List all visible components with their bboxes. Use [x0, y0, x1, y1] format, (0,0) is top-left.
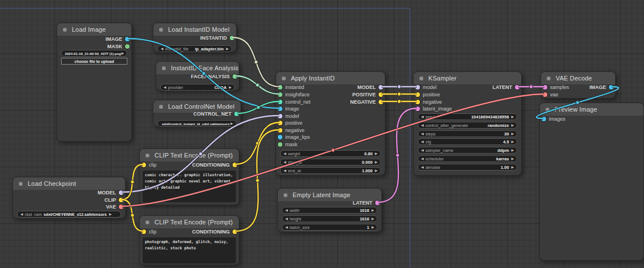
- widget-denoise[interactable]: ◀denoise1.00▶: [418, 164, 517, 171]
- widget-cfg[interactable]: ◀cfg4.5▶: [418, 138, 517, 145]
- input-dot-positive[interactable]: [415, 92, 420, 97]
- widget-instantid-file[interactable]: ◀instantid_fileip_adapter.bin▶: [157, 45, 232, 52]
- output-dot-conditioning[interactable]: [233, 229, 237, 234]
- widget-decrement-icon[interactable]: ◀: [284, 160, 286, 164]
- input-dot-images[interactable]: [542, 117, 546, 121]
- widget-decrement-icon[interactable]: ◀: [421, 140, 424, 143]
- node-title-bar[interactable]: Preview Image: [540, 103, 643, 116]
- wire-midpoint-dot[interactable]: [256, 142, 259, 145]
- widget-increment-icon[interactable]: ▶: [371, 226, 374, 229]
- output-dot-model[interactable]: [379, 85, 383, 90]
- collapse-dot-icon[interactable]: [283, 193, 288, 198]
- widget-decrement-icon[interactable]: ◀: [421, 165, 424, 169]
- wire-midpoint-dot[interactable]: [397, 100, 401, 103]
- input-dot-latent-image[interactable]: [415, 107, 420, 111]
- prompt-textarea[interactable]: photograph, deformed, glitch, noisy, rea…: [143, 237, 236, 263]
- node-title-bar[interactable]: Apply InstantID: [276, 72, 385, 84]
- input-dot-image-kps[interactable]: [278, 135, 282, 139]
- widget-control-after-generate[interactable]: ◀control_after_generaterandomize▶: [418, 122, 517, 129]
- node-title-bar[interactable]: KSampler: [414, 72, 521, 84]
- output-dot-mask[interactable]: [125, 44, 130, 49]
- widget-increment-icon[interactable]: ▶: [511, 165, 514, 169]
- widget-increment-icon[interactable]: ▶: [371, 209, 374, 212]
- widget-ckpt-nam[interactable]: ◀ckpt_namsdxl/CHEYENNE_v12.safetensors▶: [17, 211, 121, 218]
- widget-decrement-icon[interactable]: ◀: [421, 132, 424, 135]
- widget-increment-icon[interactable]: ▶: [511, 115, 514, 118]
- widget-provider[interactable]: ◀providerCUDA▶: [160, 84, 235, 91]
- input-dot-samples[interactable]: [543, 85, 547, 90]
- output-dot-latent[interactable]: [515, 85, 520, 90]
- widget-increment-icon[interactable]: ▶: [109, 212, 112, 216]
- node-title-bar[interactable]: VAE Decode: [541, 72, 615, 84]
- input-dot-image[interactable]: [278, 107, 282, 111]
- wire-midpoint-dot[interactable]: [529, 85, 533, 88]
- widget-increment-icon[interactable]: ▶: [375, 169, 377, 172]
- collapse-dot-icon[interactable]: [62, 27, 67, 32]
- input-dot-model[interactable]: [278, 114, 282, 118]
- input-dot-negative[interactable]: [415, 100, 420, 104]
- output-dot-conditioning[interactable]: [233, 163, 237, 167]
- widget-decrement-icon[interactable]: ◀: [421, 157, 424, 160]
- collapse-dot-icon[interactable]: [545, 107, 550, 112]
- input-dot-vae[interactable]: [543, 92, 547, 97]
- widget-decrement-icon[interactable]: ◀: [20, 212, 23, 216]
- collapse-dot-icon[interactable]: [419, 76, 424, 81]
- widget-batch-size[interactable]: ◀batch_size1▶: [282, 224, 377, 231]
- wire-midpoint-dot[interactable]: [254, 60, 257, 63]
- output-dot-negative[interactable]: [379, 100, 383, 104]
- widget-scheduler[interactable]: ◀schedulerkarras▶: [418, 155, 517, 162]
- input-dot-instantid[interactable]: [278, 85, 282, 90]
- node-title-bar[interactable]: CLIP Text Encode (Prompt): [140, 149, 239, 161]
- collapse-dot-icon[interactable]: [281, 76, 286, 81]
- output-dot-instantid[interactable]: [230, 36, 234, 40]
- widget-increment-icon[interactable]: ▶: [511, 157, 514, 160]
- widget-decrement-icon[interactable]: ◀: [161, 47, 164, 50]
- widget-increment-icon[interactable]: ▶: [226, 47, 229, 50]
- widget-sampler-name[interactable]: ◀sampler_nameddpm▶: [418, 147, 517, 154]
- widget-steps[interactable]: ◀steps30▶: [418, 130, 517, 137]
- widget-increment-icon[interactable]: ▶: [511, 132, 514, 135]
- widget-increment-icon[interactable]: ▶: [511, 124, 514, 127]
- input-dot-control-net[interactable]: [278, 100, 282, 104]
- choose-file-button[interactable]: choose file to upload: [61, 58, 127, 65]
- prompt-textarea[interactable]: comic character. graphic illustration, c…: [143, 171, 236, 202]
- input-dot-insightface[interactable]: [278, 92, 282, 97]
- widget-increment-icon[interactable]: ▶: [375, 152, 377, 155]
- wire-midpoint-dot[interactable]: [131, 214, 134, 217]
- collapse-dot-icon[interactable]: [145, 220, 150, 225]
- widget-seed[interactable]: ◀seed1041669434826558▶: [418, 113, 517, 120]
- wire-midpoint-dot[interactable]: [256, 105, 260, 109]
- widget-combo[interactable]: sdxl/control_instant_id_sdxl.safetensors…: [157, 120, 237, 127]
- collapse-dot-icon[interactable]: [161, 66, 166, 71]
- widget-decrement-icon[interactable]: ◀: [421, 115, 424, 118]
- node-graph-canvas[interactable]: Load ImageIMAGEMASK2024-01-16_21-00-50_4…: [0, 0, 644, 268]
- collapse-dot-icon[interactable]: [145, 153, 150, 158]
- output-dot-clip[interactable]: [119, 198, 123, 202]
- input-dot-clip[interactable]: [141, 229, 146, 234]
- widget-decrement-icon[interactable]: ◀: [421, 124, 424, 127]
- input-dot-negative[interactable]: [278, 128, 282, 133]
- output-dot-control-net[interactable]: [234, 112, 239, 116]
- widget-increment-icon[interactable]: ▶: [511, 140, 514, 143]
- widget-decrement-icon[interactable]: ◀: [284, 169, 286, 172]
- widget-increment-icon[interactable]: ▶: [229, 86, 231, 89]
- output-dot-vae[interactable]: [119, 205, 123, 209]
- wire-midpoint-dot[interactable]: [396, 154, 399, 157]
- widget-increment-icon[interactable]: ▶: [511, 148, 514, 152]
- wire-midpoint-dot[interactable]: [131, 180, 134, 184]
- widget-decrement-icon[interactable]: ◀: [285, 226, 288, 229]
- output-dot-image[interactable]: [125, 37, 130, 41]
- wire-midpoint-dot[interactable]: [397, 85, 401, 88]
- output-dot-image[interactable]: [609, 85, 613, 90]
- widget-increment-icon[interactable]: ▶: [230, 122, 233, 125]
- input-dot-clip[interactable]: [141, 163, 146, 167]
- widget-decrement-icon[interactable]: ◀: [284, 152, 286, 155]
- collapse-dot-icon[interactable]: [546, 76, 551, 81]
- input-dot-positive[interactable]: [278, 121, 282, 125]
- widget-decrement-icon[interactable]: ◀: [421, 148, 424, 152]
- widget-width[interactable]: ◀width1016▶: [282, 207, 377, 214]
- collapse-dot-icon[interactable]: [158, 104, 164, 109]
- widget-start-at[interactable]: ◀start_at0.000▶: [280, 159, 381, 165]
- input-dot-mask[interactable]: [278, 142, 282, 147]
- output-dot-latent[interactable]: [375, 201, 380, 205]
